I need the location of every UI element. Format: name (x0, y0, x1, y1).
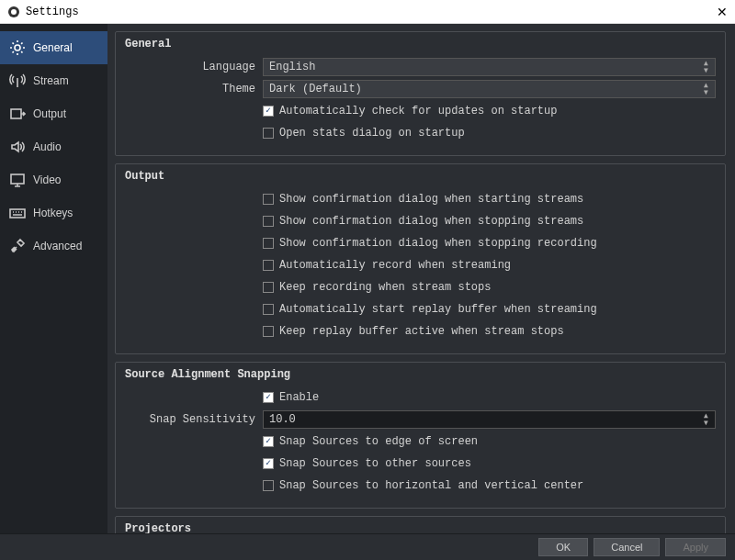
theme-select[interactable]: Dark (Default)▴▾ (263, 80, 716, 98)
window-title: Settings (7, 6, 79, 18)
group-projectors: Projectors Hide cursor over projectors M… (115, 516, 726, 533)
sidebar-item-advanced[interactable]: Advanced (0, 230, 107, 263)
language-label: Language (125, 61, 263, 73)
sensitivity-label: Snap Sensitivity (125, 413, 263, 426)
svg-point-1 (11, 9, 17, 15)
group-heading: Projectors (125, 522, 716, 533)
checkbox-icon (263, 238, 274, 249)
checkbox-icon (263, 128, 274, 139)
sensitivity-spinner[interactable]: 10.0▴▾ (263, 410, 716, 429)
sidebar-item-video[interactable]: Video (0, 163, 107, 196)
checkbox-icon (263, 216, 274, 227)
open-stats-checkbox[interactable]: Open stats dialog on startup (263, 127, 716, 140)
auto-update-checkbox[interactable]: Automatically check for updates on start… (263, 105, 716, 118)
checkbox-icon (263, 260, 274, 271)
select-value: English (269, 61, 315, 73)
output-icon (9, 106, 26, 122)
tools-icon (9, 238, 26, 254)
cancel-button[interactable]: Cancel (594, 538, 660, 556)
checkbox-label: Snap Sources to other sources (279, 457, 471, 470)
sidebar-item-audio[interactable]: Audio (0, 130, 107, 163)
group-output: Output Show confirmation dialog when sta… (115, 163, 726, 354)
checkbox-label: Automatically start replay buffer when s… (279, 303, 597, 316)
antenna-icon (9, 73, 26, 89)
svg-rect-5 (10, 209, 25, 218)
checkbox-label: Keep replay buffer active when stream st… (279, 325, 564, 338)
checkbox-icon (263, 436, 274, 447)
close-button[interactable]: ✕ (717, 5, 728, 19)
app-icon (7, 6, 20, 18)
checkbox-icon (263, 282, 274, 293)
checkbox-icon (263, 458, 274, 469)
checkbox-icon (263, 304, 274, 315)
sidebar-label: Output (33, 107, 66, 120)
checkbox-icon (263, 392, 274, 403)
confirm-stop-checkbox[interactable]: Show confirmation dialog when stopping s… (263, 215, 716, 228)
checkbox-icon (263, 480, 274, 491)
svg-point-2 (15, 45, 20, 50)
sidebar-label: Audio (33, 140, 62, 153)
speaker-icon (9, 139, 26, 155)
snap-edge-checkbox[interactable]: Snap Sources to edge of screen (263, 435, 716, 448)
keyboard-icon (9, 205, 26, 221)
snapping-enable-checkbox[interactable]: Enable (263, 391, 716, 404)
keep-replay-checkbox[interactable]: Keep replay buffer active when stream st… (263, 325, 716, 338)
sidebar-label: Video (33, 174, 61, 186)
updown-icon: ▴▾ (703, 60, 709, 74)
updown-icon: ▴▾ (703, 412, 709, 427)
monitor-icon (9, 172, 26, 188)
checkbox-label: Keep recording when stream stops (279, 281, 491, 294)
group-snapping: Source Alignment Snapping Enable Snap Se… (115, 362, 726, 509)
theme-label: Theme (125, 83, 263, 95)
checkbox-label: Snap Sources to edge of screen (279, 435, 478, 448)
checkbox-label: Show confirmation dialog when stopping r… (279, 237, 597, 250)
updown-icon: ▴▾ (703, 82, 709, 96)
checkbox-icon (263, 326, 274, 337)
snap-sources-checkbox[interactable]: Snap Sources to other sources (263, 457, 716, 470)
checkbox-label: Enable (279, 391, 319, 404)
checkbox-label: Automatically check for updates on start… (279, 105, 557, 118)
checkbox-label: Show confirmation dialog when stopping s… (279, 215, 583, 228)
confirm-stop-rec-checkbox[interactable]: Show confirmation dialog when stopping r… (263, 237, 716, 250)
checkbox-label: Show confirmation dialog when starting s… (279, 193, 583, 206)
title-bar: Settings ✕ (0, 0, 735, 24)
sidebar-label: Hotkeys (33, 207, 73, 219)
sidebar-item-stream[interactable]: Stream (0, 64, 107, 97)
checkbox-icon (263, 194, 274, 205)
sidebar: General Stream Output Audio Video Hotkey… (0, 24, 107, 533)
auto-record-checkbox[interactable]: Automatically record when streaming (263, 259, 716, 272)
group-heading: General (125, 38, 716, 50)
checkbox-icon (263, 106, 274, 117)
group-heading: Source Alignment Snapping (125, 368, 716, 381)
sidebar-label: Stream (33, 74, 69, 87)
sidebar-label: Advanced (33, 240, 82, 252)
apply-button[interactable]: Apply (665, 538, 726, 556)
checkbox-label: Open stats dialog on startup (279, 127, 465, 140)
svg-rect-3 (11, 109, 21, 118)
window-title-text: Settings (26, 6, 79, 18)
sidebar-item-output[interactable]: Output (0, 97, 107, 130)
confirm-start-checkbox[interactable]: Show confirmation dialog when starting s… (263, 193, 716, 206)
snap-center-checkbox[interactable]: Snap Sources to horizontal and vertical … (263, 479, 716, 492)
checkbox-label: Automatically record when streaming (279, 259, 511, 272)
checkbox-label: Snap Sources to horizontal and vertical … (279, 479, 583, 492)
group-general: General Language English▴▾ Theme Dark (D… (115, 31, 726, 156)
sidebar-label: General (33, 41, 73, 54)
keep-recording-checkbox[interactable]: Keep recording when stream stops (263, 281, 716, 294)
gear-icon (9, 39, 26, 56)
language-select[interactable]: English▴▾ (263, 58, 716, 76)
sidebar-item-hotkeys[interactable]: Hotkeys (0, 196, 107, 230)
sidebar-item-general[interactable]: General (0, 31, 107, 64)
auto-replay-checkbox[interactable]: Automatically start replay buffer when s… (263, 303, 716, 316)
ok-button[interactable]: OK (538, 538, 588, 556)
group-heading: Output (125, 170, 716, 183)
footer: OK Cancel Apply (0, 533, 735, 560)
select-value: Dark (Default) (269, 83, 362, 95)
spinner-value: 10.0 (269, 413, 296, 426)
settings-content[interactable]: General Language English▴▾ Theme Dark (D… (107, 24, 735, 533)
svg-rect-4 (11, 174, 24, 184)
